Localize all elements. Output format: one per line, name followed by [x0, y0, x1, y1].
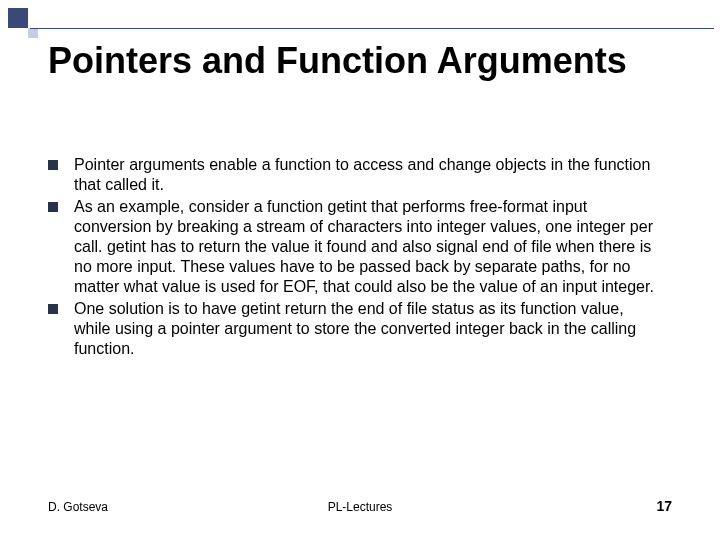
bullet-text: As an example, consider a function getin… — [74, 197, 660, 297]
list-item: As an example, consider a function getin… — [48, 197, 660, 297]
slide: Pointers and Function Arguments Pointer … — [0, 0, 720, 540]
decoration-square-large — [8, 8, 28, 28]
bullet-text: Pointer arguments enable a function to a… — [74, 155, 660, 195]
bullet-text: One solution is to have getint return th… — [74, 299, 660, 359]
bullet-list: Pointer arguments enable a function to a… — [48, 155, 660, 361]
slide-title: Pointers and Function Arguments — [48, 40, 680, 81]
list-item: Pointer arguments enable a function to a… — [48, 155, 660, 195]
bullet-icon — [48, 202, 58, 212]
bullet-icon — [48, 160, 58, 170]
decoration-line — [30, 28, 714, 29]
list-item: One solution is to have getint return th… — [48, 299, 660, 359]
footer-page-number: 17 — [656, 498, 672, 514]
footer-center: PL-Lectures — [48, 500, 672, 514]
decoration-square-small — [28, 28, 38, 38]
footer: D. Gotseva PL-Lectures 17 — [48, 498, 672, 518]
bullet-icon — [48, 304, 58, 314]
